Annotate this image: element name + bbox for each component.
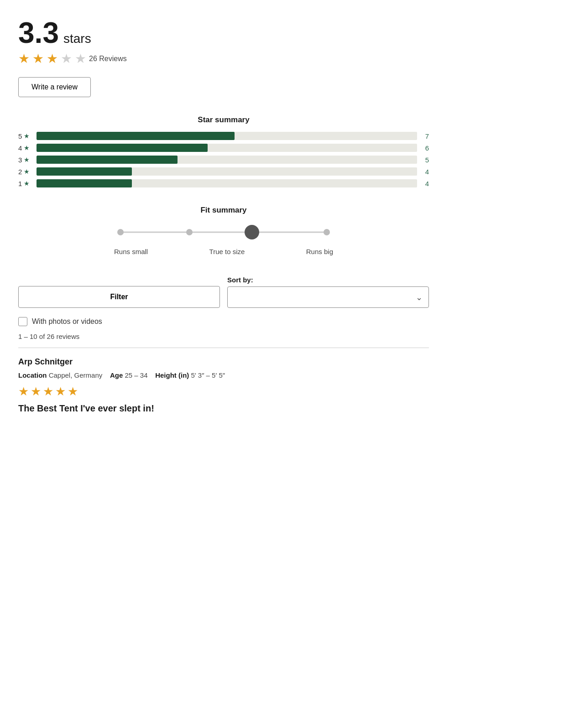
star-bar-label-2: 2 ★ (18, 168, 32, 176)
rating-score: 3.3 (18, 18, 59, 47)
reviews-divider (18, 348, 429, 348)
bar-star-1: ★ (24, 180, 30, 187)
review-stars: ★ ★ ★ ★ ★ (18, 385, 429, 399)
bar-star-2: ★ (24, 168, 30, 175)
star-bar-row-3: 3 ★ 5 (18, 156, 429, 164)
review-star-3: ★ (43, 385, 53, 399)
star-bar-label-4: 4 ★ (18, 144, 32, 152)
bar-count-4: 6 (422, 144, 429, 152)
fit-dot-4 (324, 229, 330, 235)
photos-videos-checkbox-row: With photos or videos (18, 317, 429, 326)
filter-button[interactable]: Filter (18, 286, 220, 308)
star-2: ★ (32, 51, 44, 66)
star-bar-row-2: 2 ★ 4 (18, 167, 429, 176)
bar-count-5: 7 (422, 132, 429, 140)
bar-fill-4 (37, 144, 208, 152)
fit-labels: Runs small True to size Runs big (114, 248, 333, 255)
bar-count-3: 5 (422, 156, 429, 164)
fit-label-small: Runs small (114, 248, 148, 255)
height-label: Height (in) (155, 371, 189, 379)
review-star-1: ★ (18, 385, 29, 399)
fit-label-big: Runs big (306, 248, 333, 255)
bar-star-5: ★ (24, 132, 30, 140)
bar-fill-3 (37, 156, 178, 164)
bar-track-3 (37, 156, 417, 164)
reviewer-name: Arp Schnitger (18, 357, 429, 367)
sort-wrap: Sort by: Most Recent Highest Rated Lowes… (227, 276, 429, 308)
fit-slider: Runs small True to size Runs big (114, 224, 333, 255)
fit-summary-title: Fit summary (18, 206, 429, 215)
photos-videos-checkbox[interactable] (18, 317, 27, 326)
review-star-2: ★ (31, 385, 41, 399)
reviewer-meta: Location Cappel, Germany Age 25 – 34 Hei… (18, 371, 429, 379)
filter-button-wrap: Filter (18, 274, 220, 308)
bar-fill-5 (37, 132, 235, 140)
fit-dot-2 (186, 229, 193, 235)
star-bar-row-5: 5 ★ 7 (18, 132, 429, 140)
photos-videos-label: With photos or videos (32, 317, 102, 326)
rating-label: stars (63, 31, 91, 46)
fit-dot-1 (117, 229, 124, 235)
star-summary-title: Star summary (18, 115, 429, 125)
review-count: 26 Reviews (89, 55, 127, 63)
star-summary-section: Star summary 5 ★ 7 4 ★ 6 3 ★ 5 2 ★ 4 1 ★… (18, 115, 429, 187)
star-bar-label-5: 5 ★ (18, 132, 32, 140)
bar-track-5 (37, 132, 417, 140)
age-label: Age (110, 371, 123, 379)
fit-summary-section: Fit summary Runs small True to size Runs… (18, 206, 429, 255)
star-4: ★ (61, 51, 72, 66)
fit-dot-active (245, 225, 259, 239)
star-bar-label-1: 1 ★ (18, 180, 32, 187)
star-bar-row-4: 4 ★ 6 (18, 144, 429, 152)
star-5: ★ (75, 51, 86, 66)
write-review-button[interactable]: Write a review (18, 77, 91, 97)
location-value-text: Cappel, Germany (49, 371, 103, 379)
bar-fill-2 (37, 167, 132, 176)
location-label: Location (18, 371, 47, 379)
star-bar-row-1: 1 ★ 4 (18, 179, 429, 187)
review-star-5: ★ (68, 385, 78, 399)
bar-fill-1 (37, 179, 132, 187)
star-1: ★ (18, 51, 30, 66)
review-card-1: Arp Schnitger Location Cappel, Germany A… (18, 357, 429, 414)
bar-count-2: 4 (422, 168, 429, 176)
star-3: ★ (47, 51, 58, 66)
fit-track-wrapper (114, 224, 333, 240)
fit-label-true: True to size (209, 248, 245, 255)
bar-count-1: 4 (422, 180, 429, 187)
age-value-text: 25 – 34 (125, 371, 147, 379)
bar-star-4: ★ (24, 144, 30, 151)
bar-star-3: ★ (24, 156, 30, 163)
bar-track-1 (37, 179, 417, 187)
review-range: 1 – 10 of 26 reviews (18, 333, 429, 340)
sort-select[interactable]: Most Recent Highest Rated Lowest Rated M… (227, 286, 429, 308)
rating-header: 3.3 stars (18, 18, 429, 47)
bar-track-2 (37, 167, 417, 176)
height-value-text: 5′ 3″ – 5′ 5″ (191, 371, 225, 379)
review-title: The Best Tent I've ever slept in! (18, 403, 429, 414)
sort-select-wrap: Most Recent Highest Rated Lowest Rated M… (227, 286, 429, 308)
star-bar-label-3: 3 ★ (18, 156, 32, 164)
filter-sort-row: Filter Sort by: Most Recent Highest Rate… (18, 274, 429, 308)
sort-label: Sort by: (227, 276, 429, 284)
fit-track-line (120, 232, 327, 233)
review-star-4: ★ (55, 385, 66, 399)
overall-stars-row: ★ ★ ★ ★ ★ 26 Reviews (18, 51, 429, 66)
bar-track-4 (37, 144, 417, 152)
